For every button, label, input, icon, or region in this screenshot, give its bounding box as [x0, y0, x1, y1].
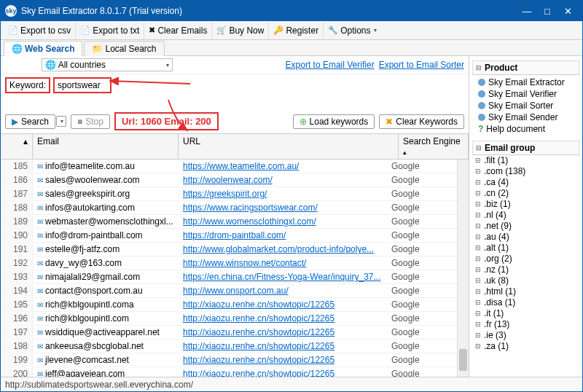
- group-item[interactable]: .za (1): [475, 341, 579, 352]
- url-link[interactable]: http://xiaozu.renhe.cn/showtopic/12265: [183, 369, 334, 377]
- url-link[interactable]: https://en.china.cn/Fitness-Yoga-Wear/in…: [183, 272, 380, 282]
- keyword-input[interactable]: sportswear: [53, 77, 111, 93]
- group-item[interactable]: .filt (1): [475, 155, 579, 166]
- row-engine: Google: [387, 340, 457, 352]
- product-item[interactable]: Sky Email Verifier: [478, 88, 579, 100]
- url-link[interactable]: http://www.onsport.com.au/: [183, 286, 289, 296]
- status-bar: http://sublimatedsportswear.sell.everych…: [1, 377, 582, 391]
- table-row[interactable]: 187✉sales@greekspirit.orghttps://greeksp…: [1, 187, 457, 201]
- url-link[interactable]: http://www.winsnow.net/contact/: [183, 258, 306, 268]
- row-email: ✉info@teamelite.com.au: [33, 160, 179, 172]
- group-item[interactable]: .net (9): [475, 221, 579, 232]
- export-to-verifier-link[interactable]: Export to Email Verifier: [286, 60, 375, 70]
- group-item[interactable]: .fr (13): [475, 319, 579, 330]
- product-item[interactable]: Sky Email Extractor: [478, 77, 579, 88]
- url-link[interactable]: http://xiaozu.renhe.cn/showtopic/12265: [183, 327, 334, 337]
- close-button[interactable]: ✕: [557, 4, 578, 18]
- url-link[interactable]: http://xiaozu.renhe.cn/showtopic/12265: [183, 341, 334, 351]
- minimize-button[interactable]: —: [517, 4, 537, 18]
- table-row[interactable]: 191✉estelle@fj-atfz.comhttp://www.global…: [1, 243, 457, 256]
- stop-button[interactable]: ■Stop: [71, 114, 110, 129]
- stop-icon: ■: [77, 117, 82, 127]
- row-url: http://www.winsnow.net/contact/: [179, 257, 387, 269]
- col-index[interactable]: ▴: [1, 134, 33, 159]
- group-item[interactable]: .it (1): [475, 308, 579, 319]
- export-csv-button[interactable]: 📄Export to csv: [4, 21, 76, 39]
- table-row[interactable]: 193✉nimajalali29@gmail.comhttps://en.chi…: [1, 270, 457, 284]
- table-row[interactable]: 200✉jeff@agavejean.comhttp://xiaozu.renh…: [1, 367, 457, 377]
- url-link[interactable]: http://xiaozu.renhe.cn/showtopic/12265: [183, 355, 334, 365]
- url-link[interactable]: http://www.globalmarket.com/product-info…: [183, 244, 374, 254]
- folder-icon: 📁: [92, 44, 103, 54]
- group-item[interactable]: .nl (4): [475, 210, 579, 221]
- table-row[interactable]: 189✉webmaster@womensclothingxl...http://…: [1, 215, 457, 229]
- col-engine[interactable]: Search Engine ▴: [399, 134, 469, 159]
- chevron-down-icon: ▾: [166, 62, 169, 68]
- product-panel-header[interactable]: ⊟Product: [472, 60, 579, 75]
- table-row[interactable]: 199✉jlevene@comcast.nethttp://xiaozu.ren…: [1, 353, 457, 367]
- col-email[interactable]: Email: [33, 134, 179, 159]
- collapse-icon: ⊟: [476, 144, 482, 152]
- export-txt-button[interactable]: 📄Export to txt: [76, 21, 144, 39]
- url-link[interactable]: https://www.racingsportswear.com/: [183, 203, 318, 213]
- group-item[interactable]: .ie (3): [475, 330, 579, 341]
- url-link[interactable]: http://woolenwear.com/: [183, 175, 273, 185]
- key-icon: 🔑: [273, 26, 283, 35]
- chevron-down-icon: ▾: [374, 27, 377, 34]
- load-keywords-button[interactable]: ⊕Load keywords: [293, 114, 375, 129]
- group-item[interactable]: .com (138): [475, 166, 579, 177]
- group-item[interactable]: .disa (1): [475, 297, 579, 308]
- group-item[interactable]: .html (1): [475, 286, 579, 297]
- email-group-panel-header[interactable]: ⊟Email group: [472, 141, 579, 155]
- clear-keywords-button[interactable]: ✖Clear Keywords: [379, 114, 464, 129]
- buy-now-button[interactable]: 🛒Buy Now: [212, 21, 269, 39]
- maximize-button[interactable]: □: [537, 4, 557, 18]
- product-item[interactable]: Sky Email Sorter: [478, 100, 579, 111]
- row-index: 192: [1, 257, 33, 269]
- group-item[interactable]: .ca (4): [475, 177, 579, 188]
- product-item[interactable]: Sky Email Sender: [478, 111, 579, 123]
- row-url: http://www.womensclothingxl.com/: [179, 216, 387, 227]
- vertical-scrollbar[interactable]: [457, 160, 469, 377]
- search-dropdown[interactable]: ▾: [56, 116, 66, 127]
- search-button[interactable]: ▶Search: [5, 114, 55, 129]
- help-document-item[interactable]: ?Help document: [478, 123, 579, 135]
- table-row[interactable]: 195✉rich@kblgoupintl.comahttp://xiaozu.r…: [1, 298, 457, 312]
- table-row[interactable]: 197✉wsiddique@activeapparel.nethttp://xi…: [1, 326, 457, 340]
- keyword-row: Keyword: sportswear: [1, 74, 469, 96]
- group-item[interactable]: .cn (2): [475, 188, 579, 199]
- country-combo[interactable]: 🌐 All countries ▾: [42, 58, 173, 71]
- table-row[interactable]: 194✉contact@onsport.com.auhttp://www.ons…: [1, 284, 457, 298]
- group-item[interactable]: .org (2): [475, 254, 579, 264]
- options-button[interactable]: 🔧Options▾: [324, 21, 381, 39]
- tab-web-search[interactable]: 🌐Web Search: [4, 41, 82, 56]
- table-row[interactable]: 192✉davy_wy@163.comhttp://www.winsnow.ne…: [1, 256, 457, 270]
- tab-local-search[interactable]: 📁Local Search: [84, 41, 164, 56]
- group-item[interactable]: .uk (8): [475, 275, 579, 286]
- url-link[interactable]: http://www.womensclothingxl.com/: [183, 216, 316, 227]
- group-item[interactable]: .biz (1): [475, 199, 579, 210]
- group-item[interactable]: .nz (1): [475, 264, 579, 275]
- main-panel: 🌐 All countries ▾ Export to Email Verifi…: [1, 56, 469, 377]
- group-item[interactable]: .au (4): [475, 232, 579, 243]
- clear-emails-button[interactable]: ✖Clear Emails: [144, 21, 212, 39]
- cart-icon: 🛒: [216, 26, 227, 35]
- export-to-sorter-link[interactable]: Export to Email Sorter: [379, 60, 464, 70]
- url-link[interactable]: http://xiaozu.renhe.cn/showtopic/12265: [183, 299, 334, 310]
- scrollbar-thumb[interactable]: [459, 349, 467, 371]
- table-row[interactable]: 198✉ankeeusa@sbcglobal.nethttp://xiaozu.…: [1, 340, 457, 353]
- table-row[interactable]: 185✉info@teamelite.com.auhttps://www.tea…: [1, 160, 457, 173]
- table-row[interactable]: 196✉rich@kblgoupintl.comhttp://xiaozu.re…: [1, 312, 457, 326]
- col-url[interactable]: URL: [179, 134, 399, 159]
- url-link[interactable]: https://drom-paintball.com/: [183, 230, 286, 240]
- email-group-tree[interactable]: .filt (1).com (138).ca (4).cn (2).biz (1…: [472, 155, 579, 372]
- url-link[interactable]: https://greekspirit.org/: [183, 189, 267, 199]
- grid-body[interactable]: 185✉info@teamelite.com.auhttps://www.tea…: [1, 160, 457, 377]
- table-row[interactable]: 190✉info@drom-paintball.comhttps://drom-…: [1, 229, 457, 243]
- table-row[interactable]: 188✉infos@autokarting.comhttps://www.rac…: [1, 201, 457, 215]
- url-link[interactable]: http://xiaozu.renhe.cn/showtopic/12265: [183, 313, 334, 324]
- url-link[interactable]: https://www.teamelite.com.au/: [183, 161, 299, 171]
- group-item[interactable]: .alt (1): [475, 243, 579, 254]
- register-button[interactable]: 🔑Register: [269, 21, 324, 39]
- table-row[interactable]: 186✉sales@woolenwear.comhttp://woolenwea…: [1, 173, 457, 187]
